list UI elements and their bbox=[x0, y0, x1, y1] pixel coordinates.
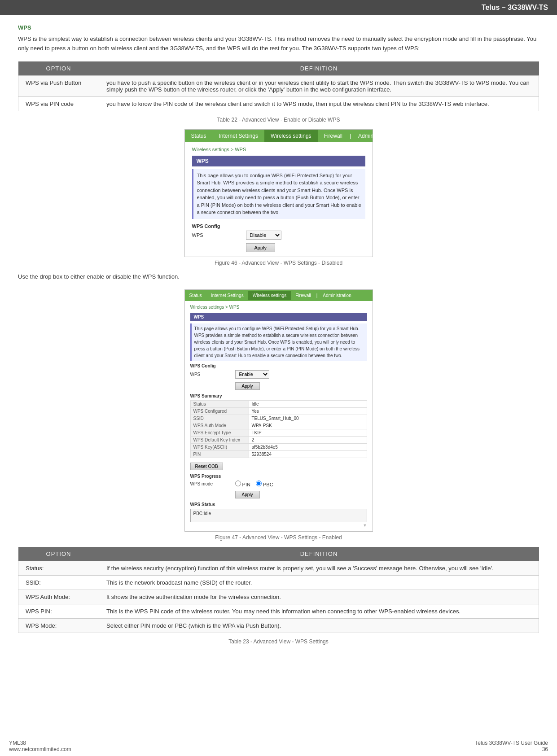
pbc-radio[interactable] bbox=[256, 481, 262, 486]
summary-value-cell: Yes bbox=[249, 408, 367, 415]
option-cell: WPS Mode: bbox=[18, 619, 99, 633]
footer-left: YML38 www.netcommlimited.com bbox=[9, 740, 71, 752]
option-col-header: OPTION bbox=[18, 61, 99, 76]
nav-status-2[interactable]: Status bbox=[185, 291, 206, 300]
summary-row: WPS Key(ASCII)af5b2b3d4e5 bbox=[190, 444, 367, 451]
wps-progress-label: WPS Progress bbox=[190, 474, 367, 479]
summary-row: SSIDTELUS_Smart_Hub_00 bbox=[190, 415, 367, 422]
footer-guide-name: Telus 3G38WV-TS User Guide bbox=[475, 740, 548, 746]
nav-wireless-1[interactable]: Wireless settings bbox=[264, 130, 318, 142]
summary-row: WPS Auth ModeWPA-PSK bbox=[190, 422, 367, 429]
footer-website: www.netcommlimited.com bbox=[9, 746, 71, 752]
option-cell: WPS via Push Button bbox=[18, 75, 99, 96]
pin-radio-label[interactable]: PIN bbox=[235, 481, 250, 487]
nav-status-1[interactable]: Status bbox=[185, 130, 213, 142]
router-nav-2: Status Internet Settings Wireless settin… bbox=[185, 290, 373, 301]
summary-value-cell: 2 bbox=[249, 437, 367, 444]
wps-heading: WPS bbox=[18, 24, 539, 31]
option-cell: SSID: bbox=[18, 576, 99, 590]
wps-field-row-2: WPS Enable Disable bbox=[190, 370, 367, 379]
wps-box-label-2: WPS bbox=[190, 313, 367, 321]
router-info-text-1: This page allows you to configure WPS (W… bbox=[192, 169, 365, 219]
summary-value-cell: WPA-PSK bbox=[249, 422, 367, 429]
definition-cell: If the wireless security (encryption) fu… bbox=[99, 561, 539, 576]
definition-cell: It shows the active authentication mode … bbox=[99, 590, 539, 604]
router-breadcrumb-2: Wireless settings > WPS bbox=[190, 305, 367, 310]
definition-cell: This is the network broadcast name (SSID… bbox=[99, 576, 539, 590]
summary-label-cell: Status bbox=[190, 401, 249, 408]
wps-description: WPS is the simplest way to establish a c… bbox=[18, 35, 539, 53]
wps-select-2[interactable]: Enable Disable bbox=[235, 370, 269, 379]
pbc-radio-label[interactable]: PBC bbox=[256, 481, 273, 487]
page-footer: YML38 www.netcommlimited.com Telus 3G38W… bbox=[0, 736, 557, 756]
table-row: WPS Mode:Select either PIN mode or PBC (… bbox=[18, 619, 539, 633]
nav-firewall-2[interactable]: Firewall bbox=[291, 291, 315, 300]
page-header: Telus – 3G38WV-TS bbox=[0, 0, 557, 15]
summary-label-cell: WPS Configured bbox=[190, 408, 249, 415]
wps-field-row-1: WPS Disable Enable bbox=[192, 231, 365, 240]
summary-label-cell: PIN bbox=[190, 451, 249, 458]
definition-cell: This is the WPS PIN code of the wireless… bbox=[99, 604, 539, 619]
router-nav-1: Status Internet Settings Wireless settin… bbox=[185, 130, 373, 142]
wps-status-label: WPS Status bbox=[190, 502, 367, 507]
table-row: Status:If the wireless security (encrypt… bbox=[18, 561, 539, 576]
wps-box-label-1: WPS bbox=[192, 156, 365, 166]
apply-button-2[interactable]: Apply bbox=[235, 382, 260, 390]
router-body-2: Wireless settings > WPS WPS This page al… bbox=[185, 301, 373, 531]
wps-mode-radios: PIN PBC bbox=[235, 481, 273, 487]
figure47-caption: Figure 47 - Advanced View - WPS Settings… bbox=[18, 534, 539, 541]
figure46-caption: Figure 46 - Advanced View - WPS Settings… bbox=[18, 260, 539, 266]
summary-row: WPS ConfiguredYes bbox=[190, 408, 367, 415]
definition-cell: you have to know the PIN code of the wir… bbox=[99, 96, 539, 111]
definition-cell: Select either PIN mode or PBC (which is … bbox=[99, 619, 539, 633]
apply-button-1[interactable]: Apply bbox=[246, 243, 276, 252]
table-row: WPS via PIN codeyou have to know the PIN… bbox=[18, 96, 539, 111]
option-cell: Status: bbox=[18, 561, 99, 576]
summary-label-cell: WPS Default Key Index bbox=[190, 437, 249, 444]
router-info-text-2: This page allows you to configure WPS (W… bbox=[190, 323, 367, 361]
router-screenshot-disabled: Status Internet Settings Wireless settin… bbox=[184, 129, 373, 257]
nav-wireless-2[interactable]: Wireless settings bbox=[248, 291, 291, 300]
table-row: SSID:This is the network broadcast name … bbox=[18, 576, 539, 590]
reset-oob-container: Reset OOB bbox=[190, 461, 367, 470]
footer-page-number: 36 bbox=[475, 746, 548, 752]
wps-mode-label: WPS mode bbox=[190, 481, 235, 486]
summary-label-cell: SSID bbox=[190, 415, 249, 422]
table23-caption: Table 23 - Advanced View - WPS Settings bbox=[18, 638, 539, 645]
summary-value-cell: Idle bbox=[249, 401, 367, 408]
nav-firewall-1[interactable]: Firewall bbox=[318, 130, 349, 142]
table-row: WPS PIN:This is the WPS PIN code of the … bbox=[18, 604, 539, 619]
nav-internet-2[interactable]: Internet Settings bbox=[206, 291, 248, 300]
wps-select-1[interactable]: Disable Enable bbox=[246, 231, 281, 240]
nav-admin-1[interactable]: Administration bbox=[352, 130, 399, 142]
apply-progress-button[interactable]: Apply bbox=[235, 491, 260, 498]
nav-internet-1[interactable]: Internet Settings bbox=[213, 130, 264, 142]
definition-cell: you have to push a specific button on th… bbox=[99, 75, 539, 96]
wps-config-label-2: WPS Config bbox=[190, 363, 367, 368]
router-body-1: Wireless settings > WPS WPS This page al… bbox=[185, 142, 373, 257]
apply-btn-container-2: Apply bbox=[190, 380, 367, 390]
summary-value-cell: 52938524 bbox=[249, 451, 367, 458]
option-table-2: OPTION DEFINITION Status:If the wireless… bbox=[18, 547, 539, 633]
nav-admin-2[interactable]: Administration bbox=[318, 291, 355, 300]
summary-value-cell: af5b2b3d4e5 bbox=[249, 444, 367, 451]
summary-label-cell: WPS Auth Mode bbox=[190, 422, 249, 429]
wps-label-2: WPS bbox=[190, 372, 235, 377]
summary-row: PIN52938524 bbox=[190, 451, 367, 458]
reset-oob-button[interactable]: Reset OOB bbox=[190, 463, 223, 470]
definition-col-header-2: DEFINITION bbox=[99, 547, 539, 561]
main-content: WPS WPS is the simplest way to establish… bbox=[0, 15, 557, 678]
option-table-1: OPTION DEFINITION WPS via Push Buttonyou… bbox=[18, 61, 539, 111]
option-cell: WPS Auth Mode: bbox=[18, 590, 99, 604]
wps-label-1: WPS bbox=[192, 232, 246, 238]
summary-label-cell: WPS Key(ASCII) bbox=[190, 444, 249, 451]
wps-summary-label: WPS Summary bbox=[190, 393, 367, 398]
table22-caption: Table 22 - Advanced View - Enable or Dis… bbox=[18, 117, 539, 123]
header-title: Telus – 3G38WV-TS bbox=[482, 4, 548, 11]
footer-right: Telus 3G38WV-TS User Guide 36 bbox=[475, 740, 548, 752]
pin-radio[interactable] bbox=[235, 481, 241, 486]
router-screenshot-enabled: Status Internet Settings Wireless settin… bbox=[184, 289, 373, 532]
option-cell: WPS via PIN code bbox=[18, 96, 99, 111]
router-breadcrumb-1: Wireless settings > WPS bbox=[192, 147, 365, 152]
wps-mode-row: WPS mode PIN PBC bbox=[190, 481, 367, 487]
